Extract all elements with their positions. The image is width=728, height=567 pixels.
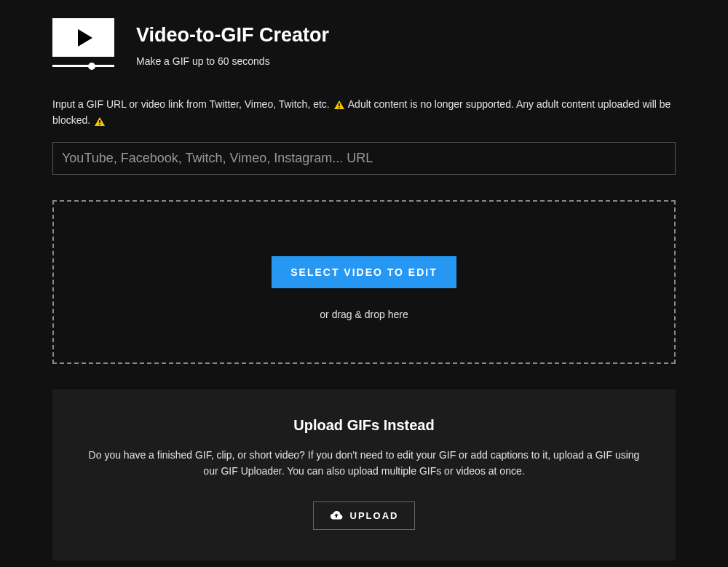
page-title: Video-to-GIF Creator [136, 24, 329, 47]
upload-section-description: Do you have a finished GIF, clip, or sho… [85, 447, 643, 480]
upload-button[interactable]: UPLOAD [313, 501, 416, 530]
svg-rect-3 [99, 124, 100, 125]
upload-button-label: UPLOAD [350, 510, 399, 521]
url-input[interactable] [52, 142, 676, 175]
cloud-upload-icon [330, 510, 343, 520]
page-subtitle: Make a GIF up to 60 seconds [136, 55, 329, 67]
svg-rect-2 [99, 120, 100, 123]
upload-section-title: Upload GIFs Instead [85, 417, 643, 434]
instructions-part1: Input a GIF URL or video link from Twitt… [52, 98, 333, 110]
dropzone[interactable]: SELECT VIDEO TO EDIT or drag & drop here [52, 200, 676, 364]
select-video-button[interactable]: SELECT VIDEO TO EDIT [272, 256, 456, 288]
play-icon [52, 18, 114, 57]
drag-drop-text: or drag & drop here [68, 309, 660, 320]
warning-icon [334, 100, 344, 109]
upload-gifs-section: Upload GIFs Instead Do you have a finish… [52, 389, 676, 560]
svg-rect-1 [339, 107, 340, 108]
svg-rect-0 [339, 103, 340, 106]
header: Video-to-GIF Creator Make a GIF up to 60… [52, 18, 676, 67]
instructions-text: Input a GIF URL or video link from Twitt… [52, 96, 676, 129]
warning-icon [95, 117, 105, 126]
video-logo [52, 18, 114, 67]
progress-bar-icon [52, 65, 114, 67]
